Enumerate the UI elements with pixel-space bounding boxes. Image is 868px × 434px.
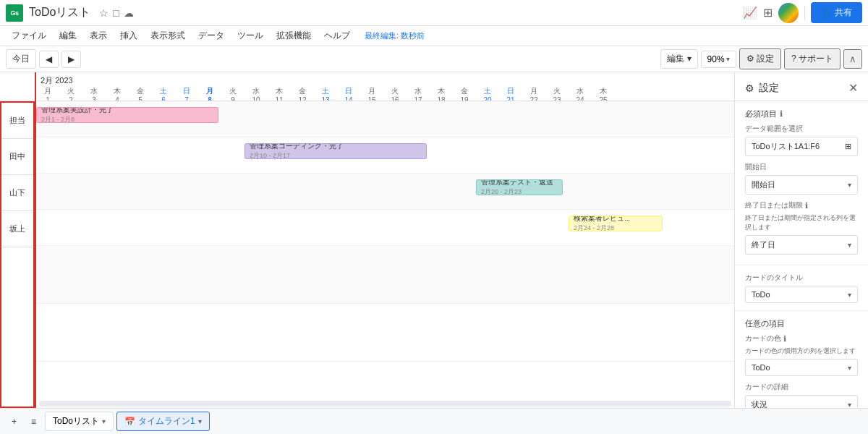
app-title: ToDoリスト [29, 5, 90, 20]
today-button[interactable]: 今日 [6, 49, 36, 69]
date-19: 金19 [453, 86, 476, 101]
date-25: 木25 [592, 86, 615, 101]
menu-insert[interactable]: 挿入 [114, 27, 143, 45]
start-date-label: 開始日 [745, 162, 858, 172]
card-color-info-icon: ℹ [783, 334, 786, 344]
menu-help[interactable]: ヘルプ [318, 27, 356, 45]
start-date-group: 開始日 開始日 ▾ [745, 162, 858, 195]
card-detail-value: 状況 [752, 399, 767, 408]
date-6: 土6 [152, 86, 175, 101]
edit-button[interactable]: 編集 ▾ [660, 49, 697, 69]
date-14: 日14 [337, 86, 360, 101]
menu-edit[interactable]: 編集 [54, 27, 82, 45]
optional-section: 任意の項目 カードの色 ℹ カードの色の慣用方の列を選択します ToDo ▾ カ… [735, 311, 868, 408]
gantt-bar-1[interactable]: 管理系案コーディング・完了2月10 - 2月17 [244, 143, 427, 159]
menu-extensions[interactable]: 拡張機能 [271, 27, 317, 45]
prev-button[interactable]: ◀ [39, 51, 59, 68]
start-date-chevron: ▾ [848, 181, 851, 189]
card-color-label: カードの色 ℹ [745, 333, 858, 344]
collapse-button[interactable]: ∧ [843, 49, 862, 69]
end-date-select[interactable]: 終了日 ▾ [745, 235, 858, 255]
main-content: 担当 田中 山下 坂上 2月 2023 月1 火2 水3 木4 金5 土6 日7 [0, 72, 868, 408]
date-header: 2月 2023 月1 火2 水3 木4 金5 土6 日7 月8 火9 水10 木… [36, 72, 734, 101]
gantt-bar-3[interactable]: 検索案者レビュ...2月24 - 2月28 [569, 216, 663, 231]
date-22: 月22 [522, 86, 545, 101]
panel-title: ⚙ 設定 [745, 82, 779, 95]
date-20: 土20 [476, 86, 499, 101]
support-button[interactable]: ? サポート [784, 48, 841, 69]
app-icon: Gs [6, 4, 23, 22]
left-panel-header [0, 72, 35, 101]
profile-button[interactable] [778, 3, 799, 23]
end-date-value: 終了日 [752, 239, 775, 250]
zoom-chevron: ▾ [726, 55, 730, 63]
share-icon: 👤 [821, 8, 832, 18]
start-date-select[interactable]: 開始日 ▾ [745, 175, 858, 195]
panel-header: ⚙ 設定 ✕ [735, 72, 868, 101]
date-5: 金5 [129, 86, 152, 101]
card-color-select[interactable]: ToDo ▾ [745, 359, 858, 376]
sheet-tab-todo-label: ToDoリスト [53, 415, 99, 427]
date-15: 月15 [360, 86, 383, 101]
gantt-row-0: 管理系案実設計・完了2月1 - 2月8 [36, 101, 734, 137]
grid-select-icon: ⊞ [845, 142, 851, 151]
date-2: 火2 [59, 86, 82, 101]
gantt-row-5 [36, 304, 734, 362]
end-date-info-icon: ℹ [805, 201, 808, 210]
date-12: 金12 [291, 86, 314, 101]
settings-title-text: 設定 [759, 82, 779, 95]
required-section: 必須項目 ℹ データ範囲を選択 ToDoリスト1A1:F6 ⊞ 開始日 開始日 … [735, 101, 868, 265]
menu-file[interactable]: ファイル [6, 27, 52, 45]
row-labels-container: 担当 田中 山下 坂上 [0, 101, 35, 408]
date-17: 水17 [407, 86, 430, 101]
sheet-tab-todo[interactable]: ToDoリスト ▾ [45, 412, 114, 431]
sheet-tab-todo-arrow: ▾ [102, 417, 106, 425]
timeline-tab-arrow: ▾ [198, 417, 202, 425]
add-sheet-button[interactable]: + [6, 414, 22, 430]
end-date-group: 終了日または期限 ℹ 終了日または期間が指定される列を選択します 終了日 ▾ [745, 200, 858, 255]
settings-icon: ⚙ [745, 82, 754, 94]
zoom-control[interactable]: 90% ▾ [701, 51, 736, 68]
card-title-select[interactable]: ToDo ▾ [745, 286, 858, 303]
zoom-value: 90% [707, 54, 725, 64]
grid-icon[interactable]: ⊞ [763, 6, 773, 20]
menu-view[interactable]: 表示 [84, 27, 113, 45]
trend-icon[interactable]: 📈 [743, 6, 757, 20]
date-21: 日21 [499, 86, 522, 101]
gantt-bar-0[interactable]: 管理系案実設計・完了2月1 - 2月8 [36, 107, 218, 123]
card-detail-group: カードの詳細 状況 ▾ [745, 382, 858, 408]
menu-format[interactable]: 表示形式 [145, 27, 191, 45]
data-range-group: データ範囲を選択 ToDoリスト1A1:F6 ⊞ [745, 124, 858, 156]
panel-close-button[interactable]: ✕ [848, 81, 858, 95]
settings-toolbar-button[interactable]: ⚙ 設定 [739, 48, 781, 69]
menu-data[interactable]: データ [192, 27, 230, 45]
horizontal-scrollbar[interactable] [39, 401, 731, 407]
timeline-wrapper: 担当 田中 山下 坂上 2月 2023 月1 火2 水3 木4 金5 土6 日7 [0, 72, 734, 408]
card-color-label-text: カードの色 [745, 333, 781, 344]
data-range-input[interactable]: ToDoリスト1A1:F6 ⊞ [745, 137, 858, 156]
sheet-tab-timeline[interactable]: 📅 タイムライン1 ▾ [116, 412, 210, 431]
card-detail-select[interactable]: 状況 ▾ [745, 395, 858, 408]
timeline-tab-icon: 📅 [124, 417, 135, 427]
gantt-row-2: 管理系案テスト・返送2月20 - 2月23 [36, 174, 734, 210]
date-9: 火9 [221, 86, 244, 101]
cloud-icon[interactable]: ☁ [124, 7, 134, 19]
card-title-value: ToDo [752, 290, 770, 299]
menu-tools[interactable]: ツール [231, 27, 269, 45]
date-3: 水3 [82, 86, 106, 101]
next-button[interactable]: ▶ [61, 51, 81, 68]
optional-section-label: 任意の項目 [745, 318, 858, 329]
share-button[interactable]: 👤 ≡ 共有 [811, 2, 862, 23]
folder-icon[interactable]: □ [113, 7, 119, 19]
gantt-bar-2[interactable]: 管理系案テスト・返送2月20 - 2月23 [476, 179, 563, 195]
required-info-icon: ℹ [780, 109, 783, 119]
date-13: 土13 [314, 86, 337, 101]
required-label-text: 必須項目 [745, 109, 777, 119]
sheets-list-button[interactable]: ≡ [25, 414, 42, 430]
date-16: 火16 [383, 86, 407, 101]
star-icon[interactable]: ☆ [99, 7, 109, 19]
row-label-3: 坂上 [1, 211, 33, 247]
top-actions: 📈 ⊞ 👤 ≡ 共有 [743, 2, 862, 23]
data-range-value: ToDoリスト1A1:F6 [752, 141, 820, 152]
toolbar: 今日 ◀ ▶ 編集 ▾ 90% ▾ ⚙ 設定 ? サポート ∧ [0, 46, 868, 72]
